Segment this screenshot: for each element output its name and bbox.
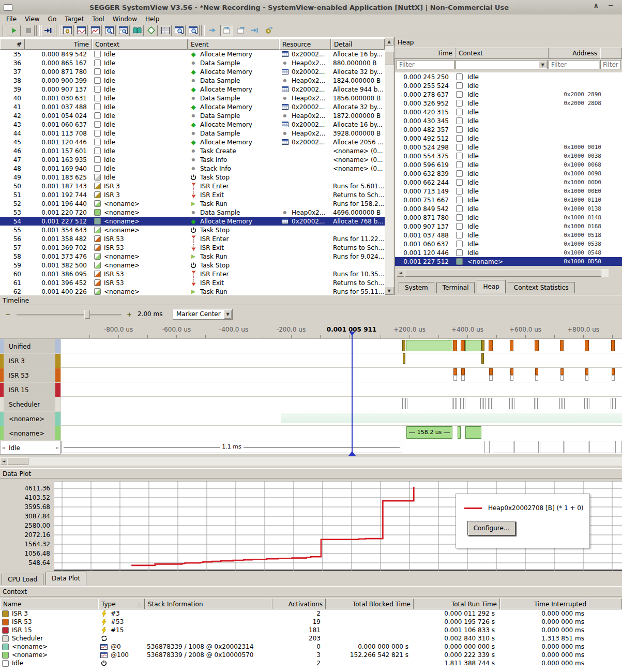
combo-dropdown-icon[interactable]: ▼: [539, 61, 547, 68]
event-row[interactable]: 580.001 373 476<noname>▶Task RunRuns for…: [0, 252, 385, 261]
heap-row[interactable]: 0.001 120 446Idle0x1000 0548: [395, 248, 622, 257]
zoom-slider[interactable]: [17, 314, 122, 316]
show-cpu-load-panel-button[interactable]: [89, 25, 102, 36]
event-row[interactable]: 620.001 400 226<noname>▶Task RunRuns for…: [0, 287, 385, 295]
col-run-time[interactable]: Total Run Time: [414, 599, 500, 609]
scrollbar-thumb[interactable]: [405, 269, 601, 277]
goto-last-event-button[interactable]: [248, 25, 261, 36]
event-row[interactable]: 610.001 396 452ISR 53ISR ExitReturns to …: [0, 278, 385, 287]
title-bar[interactable]: SEGGER SystemView V3.56 - *New Recording…: [0, 0, 622, 14]
col-blocked[interactable]: Total Blocked Time: [326, 599, 414, 609]
timeline-scrollbar[interactable]: ◄: [0, 457, 622, 466]
track-label-isr53[interactable]: ISR 53: [0, 368, 60, 382]
menu-target[interactable]: Target: [60, 15, 88, 24]
track-row-unified[interactable]: [61, 339, 622, 353]
context-row[interactable]: <noname>@0536878339 / 1008 @ 0x200023140…: [0, 643, 622, 651]
menu-view[interactable]: View: [21, 15, 43, 24]
context-row[interactable]: ISR 15#151810.001 106 833 s0.000 000 ms: [0, 626, 622, 634]
combo-dropdown-icon[interactable]: ▼: [224, 310, 232, 319]
event-table-scrollbar[interactable]: ▲ ▼: [385, 37, 393, 295]
event-row[interactable]: 420.001 054 024Idle●Data Sample●Heap0x2.…: [0, 111, 385, 120]
scroll-left-icon[interactable]: ◄: [397, 269, 404, 277]
run-gear-button[interactable]: [262, 25, 275, 36]
col-interrupted[interactable]: Time Interrupted: [500, 599, 589, 609]
event-row[interactable]: 480.001 169 940Idle●Stack Info<noname> (…: [0, 164, 385, 173]
col-name[interactable]: Name: [0, 599, 98, 609]
event-row[interactable]: 570.001 369 702ISR 53ISR ExitReturns to …: [0, 243, 385, 252]
menu-tool[interactable]: Tool: [88, 15, 108, 24]
track-label-unified[interactable]: Unified: [0, 339, 60, 353]
event-row[interactable]: 500.001 187 143ISR 3ISR EnterRuns for 5.…: [0, 182, 385, 190]
track-label-noname2[interactable]: <noname>: [0, 426, 60, 440]
event-row[interactable]: 440.001 113 708Idle●Data Sample●Heap0x2.…: [0, 129, 385, 138]
tab-terminal[interactable]: Terminal: [436, 282, 475, 293]
tab-data-plot[interactable]: Data Plot: [45, 572, 86, 585]
track-row-isr53[interactable]: [61, 368, 622, 382]
zoom-slider-thumb[interactable]: [84, 310, 90, 319]
track-label-isr15[interactable]: ISR 15: [0, 383, 60, 397]
event-row[interactable]: 360.000 865 167Idle●Data Sample●Heap0x2.…: [0, 58, 385, 67]
tab-system[interactable]: System: [399, 282, 434, 293]
heap-row[interactable]: 0.000 662 244Idle0x1000 00D0: [395, 178, 622, 187]
show-settings-panel-button[interactable]: [61, 25, 74, 36]
col-detail[interactable]: Detail: [331, 39, 385, 50]
show-log-panel-button[interactable]: [159, 25, 172, 36]
col-activations[interactable]: Activations: [272, 599, 326, 609]
heap-row[interactable]: 0.000 278 637Idle0x2000 2890: [395, 90, 622, 99]
show-events-panel-button[interactable]: [75, 25, 88, 36]
heap-time-filter-input[interactable]: [397, 60, 454, 69]
shade-button[interactable]: ∧: [594, 2, 599, 9]
track-label-isr3[interactable]: ISR 3: [0, 354, 60, 368]
heap-row[interactable]: 0.000 524 298Idle0x1000 0010: [395, 143, 622, 152]
heap-row[interactable]: 0.000 482 357Idle: [395, 125, 622, 134]
timeline-marker-line[interactable]: [352, 335, 353, 455]
event-row[interactable]: 460.001 157 601Idle●Task Create<noname> …: [0, 146, 385, 155]
scrollbar-thumb[interactable]: [385, 52, 393, 65]
context-row[interactable]: Idle21.811 388 744 s0.000 000 ms: [0, 659, 622, 667]
heap-col-context[interactable]: Context: [456, 48, 549, 59]
heap-row[interactable]: 0.000 245 250Idle: [395, 72, 622, 81]
col-stack[interactable]: Stack Information: [145, 599, 272, 609]
heap-row[interactable]: 0.000 420 315Idle: [395, 108, 622, 116]
event-row[interactable]: 390.000 907 137Idle◆Allocate Memory0x200…: [0, 85, 385, 94]
event-row[interactable]: 520.001 196 440<noname>▶Task RunRuns for…: [0, 199, 385, 208]
tab-context-statistics[interactable]: Context Statistics: [508, 282, 575, 293]
event-row[interactable]: 450.001 120 446Idle◆Allocate Memory0x200…: [0, 138, 385, 146]
event-row[interactable]: 540.001 227 512<noname>◆Allocate Memory0…: [0, 217, 385, 226]
heap-row[interactable]: 0.000 907 137Idle0x1000 0168: [395, 222, 622, 231]
track-scroll-left-icon[interactable]: ◄: [1, 445, 6, 450]
col-context[interactable]: Context: [92, 39, 188, 50]
show-terminal-panel-button[interactable]: [131, 25, 144, 36]
heap-row[interactable]: 0.001 060 637Idle0x1000 0538: [395, 240, 622, 248]
show-context-panel-button[interactable]: [103, 25, 116, 36]
heap-col-time[interactable]: Time: [395, 48, 456, 59]
zoom-out-button[interactable]: [187, 25, 200, 36]
track-label-scheduler[interactable]: Scheduler: [0, 397, 60, 411]
context-row[interactable]: <noname>@100536878339 / 2008 @ 0x1000057…: [0, 651, 622, 659]
context-row[interactable]: ISR 53#53190.000 195 726 s0.000 000 ms: [0, 618, 622, 626]
tab-heap[interactable]: Heap: [477, 280, 505, 293]
heap-scrollbar[interactable]: ◄: [397, 269, 609, 277]
col-resource[interactable]: Resource: [279, 39, 331, 50]
col-time[interactable]: Time: [25, 39, 92, 50]
track-row-isr3[interactable]: [61, 353, 622, 368]
track-row-scheduler[interactable]: [61, 397, 622, 411]
heap-row[interactable]: 0.000 713 149Idle0x1000 00E0: [395, 187, 622, 196]
scroll-left-icon[interactable]: ◄: [0, 457, 7, 465]
zoom-out-button[interactable]: −: [4, 311, 11, 319]
step-into-event-button[interactable]: [220, 25, 233, 36]
scroll-down-icon[interactable]: ▼: [385, 287, 393, 295]
event-row[interactable]: 370.000 871 780Idle◆Allocate Memory0x200…: [0, 67, 385, 76]
event-row[interactable]: 590.001 382 500<noname>Task Stop: [0, 261, 385, 270]
start-recording-button[interactable]: [8, 25, 21, 36]
heap-row[interactable]: 0.001 037 488Idle0x1000 0518: [395, 231, 622, 240]
scroll-up-icon[interactable]: ▲: [385, 37, 393, 46]
event-row[interactable]: 530.001 220 720<noname>●Data Sample●Heap…: [0, 208, 385, 217]
event-row[interactable]: 600.001 386 095ISR 53ISR EnterRuns for 1…: [0, 270, 385, 278]
read-recorded-data-button[interactable]: [41, 25, 54, 36]
show-memory-panel-button[interactable]: [117, 25, 130, 36]
menu-help[interactable]: Help: [141, 15, 163, 24]
col-event[interactable]: Event: [188, 39, 279, 50]
col-number[interactable]: #: [0, 39, 25, 50]
event-row[interactable]: 400.001 030 631Idle●Data Sample●Heap0x2.…: [0, 94, 385, 102]
